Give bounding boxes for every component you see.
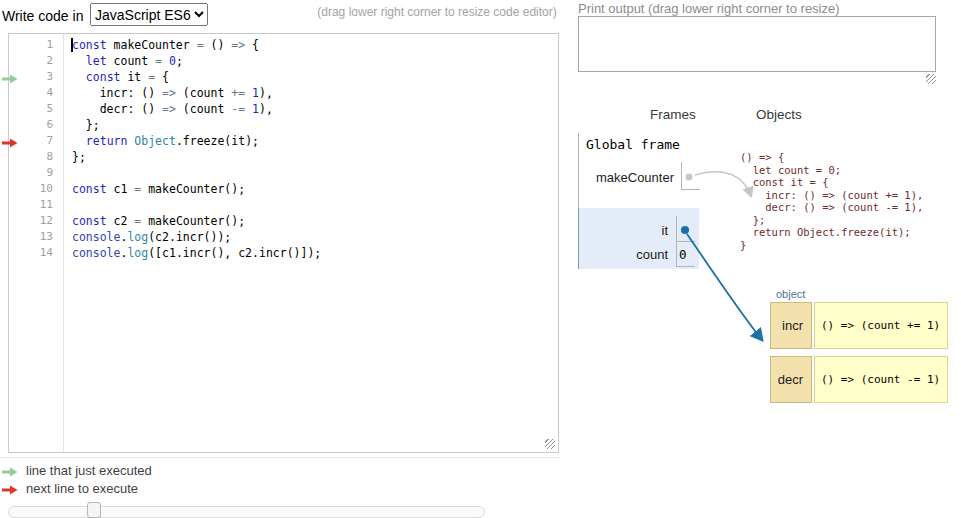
- object-value-cell: () => (count -= 1): [814, 356, 948, 403]
- editor-gutter: 1234567891011121314: [9, 34, 64, 452]
- python-tutor-page: Write code in JavaScript ES6 (drag lower…: [0, 0, 961, 518]
- it-value-cell: [676, 216, 695, 242]
- code-line: const makeCounter = () => {: [72, 37, 558, 53]
- code-line: incr: () => (count += 1),: [72, 85, 558, 101]
- count-value-cell: [676, 242, 695, 267]
- code-line: [72, 197, 558, 213]
- gutter-line-number: 2: [9, 53, 63, 69]
- legend-just-executed: line that just executed: [2, 463, 152, 478]
- legend-next-line: next line to execute: [2, 481, 138, 496]
- frames-header: Frames: [650, 107, 696, 122]
- var-count: count: [590, 247, 668, 262]
- function-object-code: () => { let count = 0; const it = { incr…: [740, 151, 923, 251]
- object-value-cell: () => (count += 1): [814, 302, 948, 349]
- red-arrow-icon: [2, 483, 18, 498]
- text-cursor: [71, 38, 73, 52]
- objects-header: Objects: [756, 107, 802, 122]
- var-makecounter: makeCounter: [576, 170, 674, 185]
- gutter-line-number: 6: [9, 117, 63, 133]
- legend-divider: [0, 457, 560, 458]
- code-line: const it = {: [72, 69, 558, 85]
- code-line: console.log(c2.incr());: [72, 229, 558, 245]
- gutter-line-number: 10: [9, 181, 63, 197]
- makecounter-value-cell: [681, 162, 700, 190]
- code-line: return Object.freeze(it);: [72, 133, 558, 149]
- gutter-line-number: 5: [9, 101, 63, 117]
- output-resize-grip[interactable]: [926, 74, 936, 84]
- gutter-line-number: 13: [9, 229, 63, 245]
- gutter-line-number: 11: [9, 197, 63, 213]
- next-line-arrow: [2, 134, 18, 144]
- code-line: let count = 0;: [72, 53, 558, 69]
- gutter-line-number: 14: [9, 245, 63, 261]
- editor-resize-grip[interactable]: [545, 439, 555, 449]
- code-line: console.log([c1.incr(), c2.incr()]);: [72, 245, 558, 261]
- write-code-in-label: Write code in: [2, 8, 83, 24]
- code-editor[interactable]: 1234567891011121314 const makeCounter = …: [8, 33, 559, 453]
- var-it: it: [590, 223, 668, 238]
- object-entry-row: decr() => (count -= 1): [770, 356, 948, 403]
- object-key-cell: incr: [770, 302, 812, 349]
- legend-next-line-label: next line to execute: [26, 481, 138, 496]
- object-entry-row: incr() => (count += 1): [770, 302, 948, 349]
- code-line: const c2 = makeCounter();: [72, 213, 558, 229]
- code-line: };: [72, 117, 558, 133]
- editor-code[interactable]: const makeCounter = () => { let count = …: [65, 34, 558, 452]
- code-line: };: [72, 149, 558, 165]
- object-table: incr() => (count += 1)decr() => (count -…: [770, 302, 948, 410]
- object-type-label: object: [776, 288, 805, 300]
- just-executed-arrow: [2, 70, 18, 80]
- legend-just-executed-label: line that just executed: [26, 463, 152, 478]
- execution-slider-track[interactable]: [8, 506, 485, 518]
- execution-slider-handle[interactable]: [87, 502, 101, 518]
- object-key-cell: decr: [770, 356, 812, 403]
- code-line: [72, 165, 558, 181]
- gutter-line-number: 12: [9, 213, 63, 229]
- gutter-line-number: 4: [9, 85, 63, 101]
- editor-resize-hint: (drag lower right corner to resize code …: [316, 5, 558, 19]
- code-line: decr: () => (count -= 1),: [72, 101, 558, 117]
- gutter-line-number: 1: [9, 37, 63, 53]
- code-line: const c1 = makeCounter();: [72, 181, 558, 197]
- green-arrow-icon: [2, 465, 18, 480]
- global-frame-title: Global frame: [586, 137, 680, 152]
- gutter-line-number: 9: [9, 165, 63, 181]
- print-output-label: Print output (drag lower right corner to…: [578, 1, 840, 16]
- language-select[interactable]: JavaScript ES6: [90, 3, 208, 26]
- print-output-textarea[interactable]: [578, 16, 936, 72]
- gutter-line-number: 8: [9, 149, 63, 165]
